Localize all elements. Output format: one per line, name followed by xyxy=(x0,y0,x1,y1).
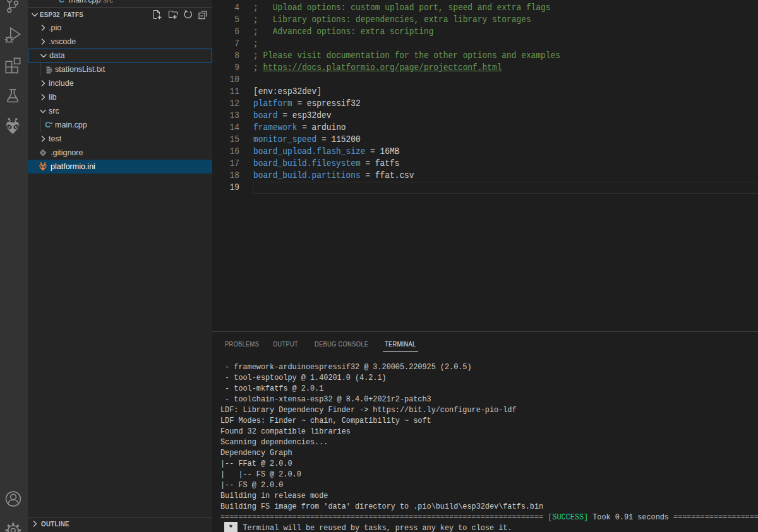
svg-text:+: + xyxy=(51,121,53,126)
svg-text:+: + xyxy=(64,0,67,1)
svg-text:C: C xyxy=(59,0,65,4)
